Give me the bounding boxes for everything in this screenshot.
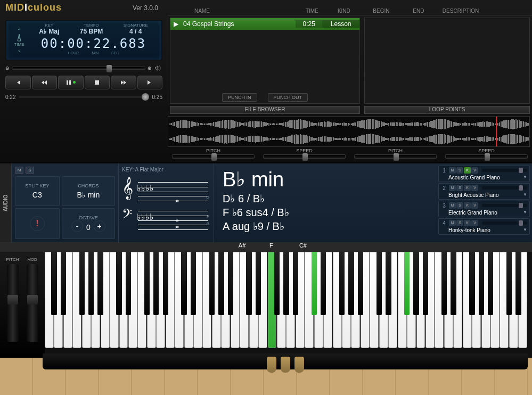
instrument-row[interactable]: 1MSKVAcoustic Grand Piano▼ [438,166,530,182]
pedal-center[interactable] [281,357,290,373]
instrument-volume-slider[interactable] [482,186,527,190]
black-key[interactable] [144,252,150,315]
v-button[interactable]: V [471,220,478,226]
speed-slider-2[interactable] [445,154,528,159]
instrument-row[interactable]: 3MSKVElectric Grand Piano▼ [438,201,530,217]
mute-button[interactable]: M [15,167,23,174]
black-key[interactable] [246,252,251,315]
black-key[interactable] [51,252,56,315]
black-key[interactable] [126,252,131,315]
black-key[interactable] [404,252,410,315]
k-button[interactable]: K [464,167,471,174]
black-key[interactable] [312,252,317,315]
octave-up-button[interactable]: + [94,220,105,232]
pitch-slider-2[interactable] [354,154,437,159]
black-key[interactable] [191,252,196,315]
pitch-slider-1[interactable] [172,154,255,159]
waveform-display[interactable] [168,116,530,147]
audio-tab[interactable]: AUDIO [0,163,12,242]
black-key[interactable] [209,252,215,315]
black-key[interactable] [423,252,428,315]
black-key[interactable] [488,252,493,315]
k-button[interactable]: K [464,185,471,191]
black-key[interactable] [293,252,298,315]
black-key[interactable] [515,252,521,315]
instrument-name[interactable]: Acoustic Grand Piano▼ [441,175,527,180]
black-key[interactable] [441,252,447,315]
black-key[interactable] [153,252,159,315]
instrument-name[interactable]: Honky-tonk Piano▼ [441,227,527,233]
position-slider[interactable] [19,96,149,98]
k-button[interactable]: K [464,220,471,226]
chords-cell[interactable]: CHORDS B♭ min [62,176,115,206]
black-key[interactable] [358,252,363,315]
v-button[interactable]: V [471,202,478,209]
m-button[interactable]: M [449,220,456,226]
black-key[interactable] [451,252,456,315]
next-button[interactable] [137,76,163,89]
s-button[interactable]: S [456,185,463,191]
punch-out-button[interactable]: PUNCH OUT [268,93,308,102]
black-key[interactable] [413,252,419,315]
black-key[interactable] [506,252,512,315]
black-key[interactable] [469,252,474,315]
s-button[interactable]: S [456,220,463,226]
file-row[interactable]: ▶ 04 Gospel Strings 0:25 Lesson [170,18,359,30]
instrument-volume-slider[interactable] [482,169,527,172]
pedal-left[interactable] [267,357,276,373]
black-key[interactable] [321,252,326,315]
file-browser-list[interactable]: ▶ 04 Gospel Strings 0:25 Lesson PUNCH IN… [170,18,360,104]
stop-button[interactable] [85,76,110,89]
black-key[interactable] [348,252,354,315]
alert-button[interactable]: ! [30,216,45,231]
speed-slider-1[interactable] [263,154,346,159]
instrument-name[interactable]: Bright Acoustic Piano▼ [441,192,527,198]
piano-keyboard[interactable] [45,252,532,358]
black-key[interactable] [339,252,345,315]
pedal-right[interactable] [294,357,304,373]
speaker-icon[interactable] [154,64,162,72]
split-key-cell[interactable]: SPLIT KEY C3 [15,176,60,206]
black-key[interactable] [88,252,94,315]
m-button[interactable]: M [449,185,456,191]
prev-button[interactable] [5,76,31,89]
black-key[interactable] [283,252,289,315]
instrument-row[interactable]: 2MSKVBright Acoustic Piano▼ [438,183,530,200]
playhead-marker[interactable] [496,117,497,146]
black-key[interactable] [377,252,382,315]
black-key[interactable] [256,252,261,315]
rewind-button[interactable] [32,76,58,89]
instrument-volume-slider[interactable] [482,204,527,207]
forward-button[interactable] [111,76,136,89]
instrument-volume-slider[interactable] [482,221,527,225]
time-down-icon[interactable]: ⌄ [17,47,21,53]
black-key[interactable] [116,252,121,315]
s-button[interactable]: S [456,202,463,209]
pitch-wheel[interactable] [7,264,19,342]
punch-in-button[interactable]: PUNCH IN [222,93,257,102]
black-key[interactable] [218,252,224,315]
k-button[interactable]: K [464,202,471,209]
black-key[interactable] [97,252,103,315]
v-button[interactable]: V [471,185,478,191]
v-button[interactable]: V [471,167,478,174]
black-key[interactable] [228,252,233,315]
m-button[interactable]: M [449,167,456,174]
vol-minus-icon[interactable]: ⊖ [5,65,10,71]
octave-down-button[interactable]: - [71,220,83,232]
volume-slider[interactable] [12,67,145,70]
black-key[interactable] [386,252,391,315]
instrument-name[interactable]: Electric Grand Piano▼ [441,210,527,216]
solo-button[interactable]: S [26,167,34,174]
instrument-row[interactable]: 4MSKVHonky-tonk Piano▼ [438,218,530,235]
m-button[interactable]: M [449,202,456,209]
vol-plus-icon[interactable]: ⊕ [148,65,152,71]
black-key[interactable] [163,252,168,315]
mod-wheel[interactable] [27,264,38,342]
black-key[interactable] [274,252,280,315]
black-key[interactable] [79,252,85,315]
black-key[interactable] [181,252,186,315]
s-button[interactable]: S [456,167,463,174]
pause-button[interactable] [58,76,84,89]
black-key[interactable] [61,252,66,315]
